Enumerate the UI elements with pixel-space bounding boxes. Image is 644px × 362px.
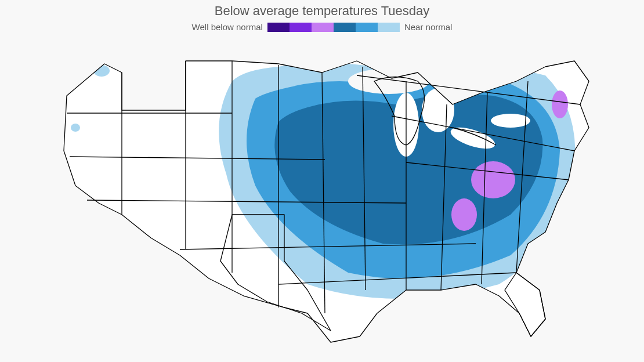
zone-much-below-tn [451,198,477,231]
lake-ontario [491,114,530,128]
swatch-level-4 [334,23,356,32]
legend: Well below normal Near normal [0,22,644,32]
speck-ca1 [74,190,83,199]
zone-much-below-ne [552,91,568,118]
swatch-level-6 [378,23,400,32]
legend-left-label: Well below normal [187,22,267,32]
speck-or [71,124,80,132]
legend-right-label: Near normal [400,22,457,32]
swatch-level-2 [290,23,312,32]
speck-ca2 [91,229,101,241]
swatch-level-1 [267,23,290,32]
zone-much-below-wv [471,161,515,198]
us-temperature-map [35,41,609,350]
swatch-level-5 [356,23,378,32]
lake-huron [422,88,454,132]
swatch-level-3 [312,23,334,32]
map-title: Below average temperatures Tuesday [0,3,644,19]
